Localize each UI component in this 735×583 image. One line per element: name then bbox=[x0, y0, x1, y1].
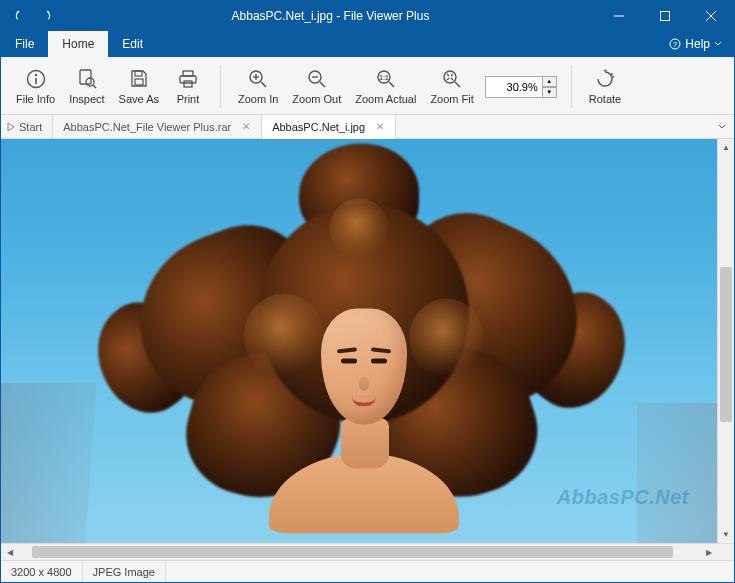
zoom-actual-button[interactable]: 1:1 Zoom Actual bbox=[348, 59, 423, 114]
inspect-label: Inspect bbox=[69, 93, 104, 105]
svg-line-25 bbox=[389, 82, 394, 87]
help-icon: ? bbox=[669, 38, 681, 50]
svg-rect-13 bbox=[135, 79, 143, 85]
svg-rect-14 bbox=[183, 71, 193, 76]
status-format: JPEG Image bbox=[83, 561, 166, 582]
forward-button[interactable] bbox=[37, 8, 53, 24]
document-tab[interactable]: AbbasPC.Net_File Viewer Plus.rar ✕ bbox=[53, 115, 262, 138]
rotate-button[interactable]: Rotate bbox=[582, 59, 628, 114]
back-button[interactable] bbox=[13, 8, 29, 24]
zoom-actual-label: Zoom Actual bbox=[355, 93, 416, 105]
svg-rect-16 bbox=[184, 81, 192, 87]
svg-line-11 bbox=[93, 85, 96, 88]
scroll-thumb[interactable] bbox=[720, 267, 732, 422]
svg-point-7 bbox=[34, 74, 36, 76]
play-icon bbox=[7, 123, 15, 131]
svg-text:1:1: 1:1 bbox=[379, 74, 389, 81]
tab-close-button[interactable]: ✕ bbox=[239, 120, 253, 133]
save-as-label: Save As bbox=[119, 93, 159, 105]
save-as-button[interactable]: Save As bbox=[112, 59, 166, 114]
print-button[interactable]: Print bbox=[166, 59, 210, 114]
minimize-button[interactable] bbox=[596, 1, 642, 31]
svg-line-18 bbox=[261, 82, 266, 87]
rotate-icon bbox=[594, 68, 616, 90]
ribbon-toolbar: File Info Inspect Save As Print Zoom In … bbox=[1, 57, 734, 115]
zoom-fit-icon bbox=[441, 68, 463, 90]
close-button[interactable] bbox=[688, 1, 734, 31]
start-label: Start bbox=[19, 121, 42, 133]
svg-point-10 bbox=[86, 78, 94, 86]
vertical-scrollbar[interactable]: ▲ ▼ bbox=[717, 139, 734, 543]
maximize-button[interactable] bbox=[642, 1, 688, 31]
file-info-label: File Info bbox=[16, 93, 55, 105]
scroll-up-button[interactable]: ▲ bbox=[718, 139, 734, 156]
menu-file[interactable]: File bbox=[1, 31, 48, 57]
zoom-spin-up[interactable]: ▲ bbox=[543, 76, 557, 87]
svg-text:?: ? bbox=[673, 40, 678, 49]
zoom-in-icon bbox=[247, 68, 269, 90]
viewer-wrap: AbbasPC.Net ▲ ▼ ◀ ▶ bbox=[1, 139, 734, 560]
scroll-thumb[interactable] bbox=[32, 546, 673, 558]
scroll-track[interactable] bbox=[18, 544, 700, 560]
viewer: AbbasPC.Net ▲ ▼ bbox=[1, 139, 734, 543]
status-dimensions: 3200 x 4800 bbox=[1, 561, 83, 582]
zoom-out-icon bbox=[306, 68, 328, 90]
window-title: AbbasPC.Net_i.jpg - File Viewer Plus bbox=[65, 9, 596, 23]
statusbar: 3200 x 4800 JPEG Image bbox=[1, 560, 734, 582]
menubar: File Home Edit ? Help bbox=[1, 31, 734, 57]
svg-point-29 bbox=[611, 73, 613, 75]
scroll-right-button[interactable]: ▶ bbox=[700, 544, 717, 560]
info-icon bbox=[25, 68, 47, 90]
titlebar: AbbasPC.Net_i.jpg - File Viewer Plus bbox=[1, 1, 734, 31]
ribbon-separator bbox=[571, 65, 572, 108]
document-tabbar: Start AbbasPC.Net_File Viewer Plus.rar ✕… bbox=[1, 115, 734, 139]
help-label: Help bbox=[685, 37, 710, 51]
background-building bbox=[1, 383, 97, 543]
menu-edit[interactable]: Edit bbox=[108, 31, 157, 57]
scroll-track[interactable] bbox=[718, 156, 734, 526]
zoom-fit-button[interactable]: Zoom Fit bbox=[423, 59, 480, 114]
zoom-spin-down[interactable]: ▼ bbox=[543, 87, 557, 98]
zoom-fit-label: Zoom Fit bbox=[430, 93, 473, 105]
save-icon bbox=[128, 68, 150, 90]
menu-home[interactable]: Home bbox=[48, 31, 108, 57]
zoom-actual-icon: 1:1 bbox=[375, 68, 397, 90]
svg-point-30 bbox=[612, 76, 614, 78]
print-icon bbox=[177, 68, 199, 90]
watermark-text: AbbasPC.Net bbox=[557, 486, 689, 509]
tabbar-overflow[interactable] bbox=[396, 115, 734, 138]
horizontal-scrollbar[interactable]: ◀ ▶ bbox=[1, 543, 734, 560]
tab-close-button[interactable]: ✕ bbox=[373, 120, 387, 133]
help-menu[interactable]: ? Help bbox=[657, 31, 734, 57]
image-canvas[interactable]: AbbasPC.Net bbox=[1, 139, 717, 543]
zoom-in-label: Zoom In bbox=[238, 93, 278, 105]
background-building bbox=[637, 403, 717, 543]
svg-line-22 bbox=[320, 82, 325, 87]
document-tab[interactable]: AbbasPC.Net_i.jpg ✕ bbox=[262, 115, 396, 139]
svg-rect-12 bbox=[135, 71, 142, 76]
rotate-label: Rotate bbox=[589, 93, 621, 105]
svg-point-27 bbox=[444, 71, 456, 83]
scroll-left-button[interactable]: ◀ bbox=[1, 544, 18, 560]
inspect-icon bbox=[76, 68, 98, 90]
scroll-corner bbox=[717, 544, 734, 560]
zoom-out-label: Zoom Out bbox=[292, 93, 341, 105]
svg-rect-1 bbox=[661, 12, 670, 21]
print-label: Print bbox=[177, 93, 200, 105]
scroll-down-button[interactable]: ▼ bbox=[718, 526, 734, 543]
zoom-out-button[interactable]: Zoom Out bbox=[285, 59, 348, 114]
tab-label: AbbasPC.Net_i.jpg bbox=[272, 121, 365, 133]
zoom-value-input[interactable] bbox=[485, 76, 543, 98]
zoom-input-group: ▲ ▼ bbox=[485, 59, 557, 114]
tab-label: AbbasPC.Net_File Viewer Plus.rar bbox=[63, 121, 231, 133]
zoom-in-button[interactable]: Zoom In bbox=[231, 59, 285, 114]
start-tab[interactable]: Start bbox=[1, 115, 53, 138]
chevron-down-icon bbox=[714, 40, 722, 48]
chevron-down-icon bbox=[718, 123, 726, 131]
ribbon-separator bbox=[220, 65, 221, 108]
svg-line-28 bbox=[455, 82, 460, 87]
inspect-button[interactable]: Inspect bbox=[62, 59, 111, 114]
image-subject bbox=[99, 143, 619, 523]
file-info-button[interactable]: File Info bbox=[9, 59, 62, 114]
svg-rect-15 bbox=[180, 76, 196, 83]
